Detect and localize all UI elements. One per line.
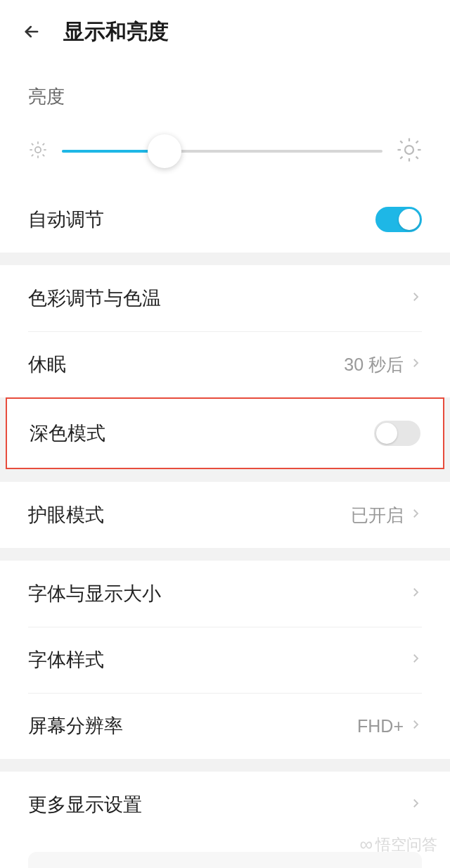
svg-line-8 [43,143,44,145]
page-title: 显示和亮度 [63,18,169,46]
font-style-row[interactable]: 字体样式 [0,627,450,693]
svg-line-17 [416,141,418,143]
dark-mode-toggle[interactable] [374,421,420,446]
more-display-label: 更多显示设置 [28,792,142,817]
resolution-row[interactable]: 屏幕分辨率 FHD+ [0,693,450,759]
svg-line-13 [416,157,418,159]
svg-line-12 [400,141,402,143]
dark-mode-highlight: 深色模式 [6,397,444,469]
svg-point-9 [405,146,413,154]
brightness-slider[interactable] [62,150,382,153]
brightness-section: 亮度 [0,63,450,186]
chevron-right-icon [409,797,422,812]
eye-comfort-row[interactable]: 护眼模式 已开启 [0,482,450,548]
auto-adjust-toggle[interactable] [375,207,422,232]
resolution-label: 屏幕分辨率 [28,713,123,739]
color-adjustment-label: 色彩调节与色温 [28,286,161,311]
chevron-right-icon [409,507,422,523]
brightness-slider-row [28,130,422,179]
brightness-slider-thumb[interactable] [148,134,181,168]
brightness-high-icon [397,137,422,165]
brightness-low-icon [28,140,48,162]
header: 显示和亮度 [0,0,450,63]
color-adjustment-row[interactable]: 色彩调节与色温 [0,265,450,331]
font-style-label: 字体样式 [28,647,104,672]
watermark-text: 悟空问答 [375,834,437,855]
brightness-label: 亮度 [28,84,422,109]
chevron-right-icon [409,357,422,372]
sleep-value: 30 秒后 [344,353,404,376]
sleep-row[interactable]: 休眠 30 秒后 [0,331,450,397]
svg-point-0 [35,147,41,153]
dark-mode-row[interactable]: 深色模式 [7,399,443,468]
eye-comfort-value: 已开启 [351,504,404,527]
chevron-right-icon [409,718,422,734]
svg-line-16 [400,157,402,159]
font-display-size-row[interactable]: 字体与显示大小 [0,561,450,627]
more-display-row[interactable]: 更多显示设置 [0,772,450,838]
svg-line-4 [43,155,44,156]
chevron-right-icon [409,652,422,668]
auto-adjust-row[interactable]: 自动调节 [0,186,450,253]
resolution-value: FHD+ [357,716,404,736]
watermark: ∞ 悟空问答 [359,834,437,855]
font-display-size-label: 字体与显示大小 [28,581,161,606]
svg-line-3 [32,143,33,145]
chevron-right-icon [409,291,422,306]
back-icon[interactable] [21,21,42,42]
dark-mode-label: 深色模式 [30,421,105,446]
svg-line-7 [32,155,33,156]
watermark-icon: ∞ [359,834,370,855]
sleep-label: 休眠 [28,352,66,377]
chevron-right-icon [409,586,422,601]
eye-comfort-label: 护眼模式 [28,502,104,528]
auto-adjust-label: 自动调节 [28,207,104,232]
